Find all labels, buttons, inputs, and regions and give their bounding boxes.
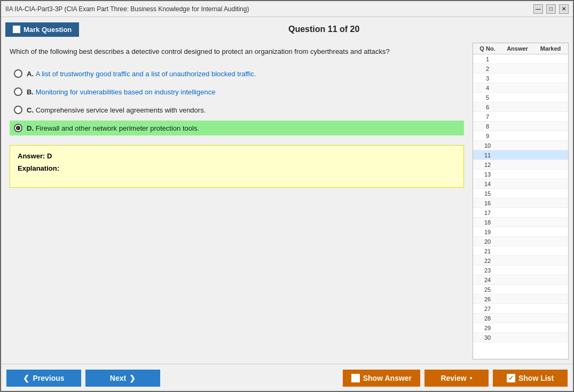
table-row[interactable]: 27 (473, 304, 568, 314)
question-text: Which of the following best describes a … (5, 43, 468, 59)
next-button[interactable]: Next (85, 370, 160, 387)
table-row[interactable]: 25 (473, 285, 568, 294)
table-row[interactable]: 16 (473, 198, 568, 208)
show-answer-icon (351, 374, 360, 382)
table-row[interactable]: 19 (473, 227, 568, 237)
table-row[interactable]: 7 (473, 112, 568, 122)
radio-c (14, 106, 22, 114)
table-row[interactable]: 30 (473, 333, 568, 342)
table-row[interactable]: 26 (473, 294, 568, 304)
table-row[interactable]: 11 (473, 150, 568, 160)
radio-b (14, 87, 22, 96)
window-title: IIA IIA-CIA-Part3-3P (CIA Exam Part Thre… (5, 5, 249, 13)
table-row[interactable]: 20 (473, 237, 568, 246)
question-list[interactable]: 1234567891011121314151617181920212223242… (473, 54, 568, 359)
show-list-button[interactable]: ✓ Show List (493, 370, 568, 387)
table-row[interactable]: 22 (473, 256, 568, 266)
nav-buttons: Previous Next Show Answer Review • ✓ Sho… (1, 364, 573, 392)
table-row[interactable]: 8 (473, 122, 568, 131)
table-row[interactable]: 6 (473, 102, 568, 112)
question-title: Question 11 of 20 (79, 25, 569, 34)
review-button[interactable]: Review • (424, 370, 489, 387)
option-b-label: B. Monitoring for vulnerabilities based … (27, 88, 215, 96)
table-row[interactable]: 18 (473, 218, 568, 227)
table-row[interactable]: 4 (473, 83, 568, 93)
header-qno: Q No. (474, 45, 501, 52)
table-row[interactable]: 5 (473, 93, 568, 102)
left-panel: Which of the following best describes a … (5, 43, 468, 359)
table-row[interactable]: 17 (473, 208, 568, 218)
show-list-label: Show List (518, 374, 554, 382)
table-row[interactable]: 10 (473, 141, 568, 150)
table-row[interactable]: 1 (473, 54, 568, 64)
table-row[interactable]: 29 (473, 323, 568, 333)
table-row[interactable]: 13 (473, 170, 568, 179)
answer-box: Answer: D Explanation: (10, 145, 464, 188)
table-row[interactable]: 28 (473, 314, 568, 323)
table-row[interactable]: 21 (473, 246, 568, 256)
radio-d (14, 124, 22, 132)
option-d-label: D. Firewall and other network perimeter … (27, 124, 199, 132)
option-a[interactable]: A. A list of trustworthy good traffic an… (10, 66, 464, 81)
checkbox-icon (13, 26, 20, 33)
option-c-label: C. Comprehensive service level agreement… (27, 106, 206, 114)
close-button[interactable]: ✕ (559, 4, 569, 14)
bottom-nav: Previous Next Show Answer Review • ✓ Sho… (1, 364, 573, 392)
toolbar: Mark Question Question 11 of 20 (1, 17, 573, 38)
table-row[interactable]: 15 (473, 189, 568, 198)
table-row[interactable]: 3 (473, 74, 568, 83)
chevron-right-icon (129, 374, 136, 382)
option-a-label: A. A list of trustworthy good traffic an… (27, 70, 256, 78)
minimize-button[interactable]: — (533, 4, 543, 14)
table-row[interactable]: 14 (473, 179, 568, 189)
table-row[interactable]: 2 (473, 64, 568, 74)
main-container: Which of the following best describes a … (1, 38, 573, 364)
answer-label: Answer: D (18, 152, 456, 160)
option-b[interactable]: B. Monitoring for vulnerabilities based … (10, 84, 464, 99)
show-answer-button[interactable]: Show Answer (343, 370, 420, 387)
check-icon: ✓ (507, 374, 515, 382)
question-list-panel: Q No. Answer Marked 12345678910111213141… (473, 43, 569, 359)
table-row[interactable]: 12 (473, 160, 568, 170)
review-label: Review (441, 374, 466, 382)
header-marked: Marked (534, 45, 567, 52)
previous-button[interactable]: Previous (6, 370, 81, 387)
explanation-label: Explanation: (18, 164, 456, 172)
question-list-header: Q No. Answer Marked (473, 43, 568, 54)
option-c[interactable]: C. Comprehensive service level agreement… (10, 102, 464, 117)
mark-question-label: Mark Question (23, 26, 72, 34)
next-label: Next (110, 374, 126, 382)
table-row[interactable]: 9 (473, 131, 568, 141)
options-container: A. A list of trustworthy good traffic an… (5, 64, 468, 138)
window-controls: — □ ✕ (533, 4, 569, 14)
table-row[interactable]: 24 (473, 275, 568, 285)
mark-question-button[interactable]: Mark Question (5, 22, 79, 37)
previous-label: Previous (33, 374, 64, 382)
title-bar: IIA IIA-CIA-Part3-3P (CIA Exam Part Thre… (1, 1, 573, 17)
header-answer: Answer (501, 45, 534, 52)
show-answer-label: Show Answer (363, 374, 412, 382)
review-dot: • (470, 374, 473, 382)
chevron-left-icon (23, 374, 29, 382)
radio-a (14, 69, 22, 78)
option-d[interactable]: D. Firewall and other network perimeter … (10, 121, 464, 135)
maximize-button[interactable]: □ (546, 4, 556, 14)
table-row[interactable]: 23 (473, 266, 568, 275)
